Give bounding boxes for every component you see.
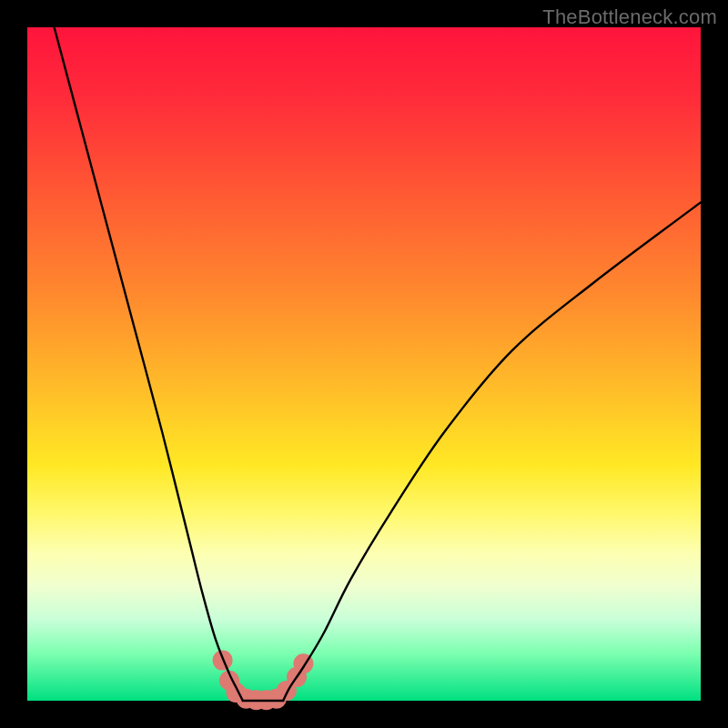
curve-left-branch — [55, 27, 243, 701]
curve-right-branch — [283, 202, 701, 701]
chart-frame: TheBottleneck.com — [0, 0, 728, 728]
watermark-text: TheBottleneck.com — [542, 5, 717, 29]
chart-overlay-svg — [27, 27, 701, 701]
